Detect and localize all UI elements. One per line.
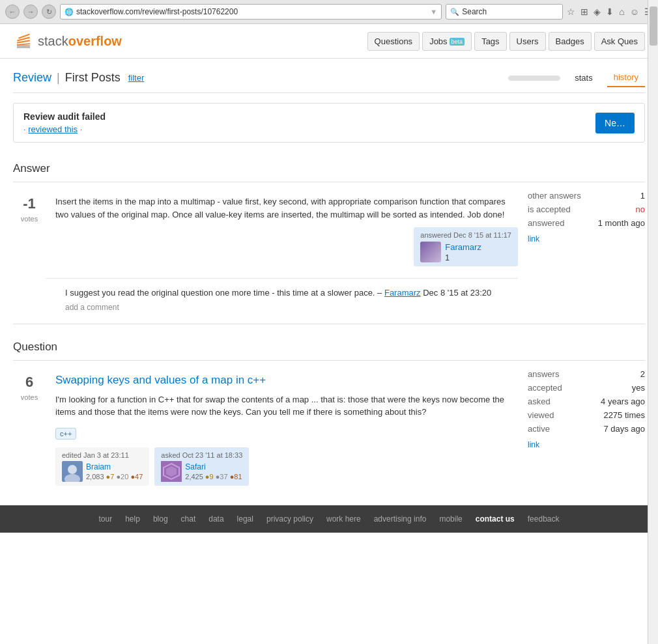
question-link[interactable]: link: [528, 440, 539, 449]
footer-work-here[interactable]: work here: [326, 514, 361, 524]
footer-links: tour help blog chat data legal privacy p…: [7, 514, 651, 524]
answer-user-card: answered Dec 8 '15 at 11:17 Faramarz 1: [414, 227, 518, 266]
question-body: I'm looking for a function in C++ that f…: [55, 393, 518, 419]
add-comment-link[interactable]: add a comment: [65, 303, 119, 312]
site-footer: tour help blog chat data legal privacy p…: [0, 505, 658, 533]
nav-badges[interactable]: Badges: [549, 32, 592, 51]
back-button[interactable]: ←: [5, 5, 20, 19]
nav-questions[interactable]: Questions: [367, 32, 420, 51]
site-logo[interactable]: stackoverflow: [13, 29, 122, 53]
audit-subtitle: · reviewed this ·: [23, 124, 106, 134]
browser-search-bar[interactable]: 🔍 Search: [446, 4, 563, 20]
footer-tour[interactable]: tour: [99, 514, 113, 524]
site-header: stackoverflow Questions Jobsbeta Tags Us…: [0, 24, 658, 59]
other-answers-value: 1: [640, 191, 645, 201]
answer-link[interactable]: link: [528, 234, 539, 244]
audit-reviewed-link[interactable]: reviewed this: [28, 124, 78, 134]
question-post-main: 6 votes Swapping keys and values of a ma…: [13, 367, 518, 492]
screenshot-icon[interactable]: ⊞: [580, 7, 588, 17]
asked-silver-dot: ●37: [216, 473, 228, 481]
answer-container: -1 votes Insert the items in the map int…: [13, 189, 518, 278]
is-accepted-label: is accepted: [528, 204, 571, 214]
review-breadcrumb-link[interactable]: Review: [13, 71, 51, 85]
edited-user-name[interactable]: Braiam: [86, 462, 143, 471]
tab-history[interactable]: history: [607, 68, 645, 87]
asked-user-name[interactable]: Safari: [185, 462, 242, 471]
answered-label: answered: [528, 218, 564, 228]
logo-icon: [13, 29, 34, 53]
edited-action: edited Jan 3 at 23:11: [62, 451, 143, 459]
comment-item: I suggest you read the original question…: [65, 284, 518, 302]
answered-value: 1 month ago: [598, 218, 645, 228]
review-progress-bar: [508, 76, 560, 81]
svg-point-7: [68, 465, 77, 474]
question-vote-label: votes: [21, 393, 38, 401]
nav-users[interactable]: Users: [509, 32, 546, 51]
home-icon[interactable]: ⌂: [619, 7, 624, 17]
footer-blog[interactable]: blog: [153, 514, 168, 524]
answer-section-title: Answer: [13, 152, 645, 182]
nav-ask[interactable]: Ask Ques: [594, 32, 645, 51]
viewed-value: 2275 times: [603, 410, 645, 420]
review-title: First Posts: [65, 71, 121, 85]
question-vote-count: 6: [25, 374, 33, 391]
edited-user-avatar: [62, 461, 83, 482]
main-nav: Questions Jobsbeta Tags Users Badges Ask…: [367, 32, 645, 51]
forward-button[interactable]: →: [23, 5, 38, 19]
bookmark-icon[interactable]: ☆: [567, 7, 575, 17]
other-answers-label: other answers: [528, 191, 581, 201]
edited-user-card: edited Jan 3 at 23:11 Braiam 2,083 ●7: [55, 447, 149, 486]
nav-tags[interactable]: Tags: [474, 32, 506, 51]
edited-bronze-dot: ●47: [130, 473, 143, 481]
edited-silver-dot: ●20: [116, 473, 128, 481]
footer-data[interactable]: data: [208, 514, 223, 524]
answer-meta-row: answered Dec 8 '15 at 11:17 Faramarz 1: [55, 227, 518, 266]
footer-mobile[interactable]: mobile: [439, 514, 462, 524]
nav-jobs[interactable]: Jobsbeta: [422, 32, 472, 51]
answer-sidebar: other answers 1 is accepted no answered …: [528, 189, 645, 317]
footer-privacy[interactable]: privacy policy: [266, 514, 313, 524]
asked-user-card: asked Oct 23 '11 at 18:33: [154, 447, 249, 486]
viewed-label: viewed: [528, 410, 554, 420]
logo-text: stackoverflow: [38, 34, 122, 49]
footer-help[interactable]: help: [125, 514, 140, 524]
asked-bronze-dot: ●81: [230, 473, 242, 481]
asked-user-rep: 2,425 ●9 ●37 ●81: [185, 473, 242, 481]
answer-stat-answered: answered 1 month ago: [528, 216, 645, 230]
tag-cpp[interactable]: c++: [55, 428, 76, 440]
review-header: Review | First Posts filter stats histor…: [13, 59, 645, 93]
footer-legal[interactable]: legal: [237, 514, 253, 524]
refresh-button[interactable]: ↻: [42, 5, 56, 19]
asked-gold-dot: ●9: [205, 473, 214, 481]
answer-user-action: answered Dec 8 '15 at 11:17: [420, 231, 511, 239]
url-bar[interactable]: 🌐 stackoverflow.com/review/first-posts/1…: [60, 4, 442, 20]
answer-vote-column: -1 votes: [13, 195, 46, 272]
tab-stats[interactable]: stats: [568, 69, 599, 87]
footer-feedback[interactable]: feedback: [528, 514, 560, 524]
comment-timestamp: Dec 8 '15 at 23:20: [423, 288, 491, 298]
answer-user-name[interactable]: Faramarz: [445, 242, 481, 252]
scrollbar-thumb[interactable]: [650, 24, 657, 46]
footer-contact[interactable]: contact us: [476, 514, 515, 524]
filter-link[interactable]: filter: [128, 73, 145, 83]
comment-text: I suggest you read the original question…: [65, 288, 382, 298]
answer-comment-section: I suggest you read the original question…: [46, 278, 518, 317]
question-post-with-sidebar: 6 votes Swapping keys and values of a ma…: [13, 367, 645, 492]
is-accepted-value: no: [636, 204, 645, 214]
next-button[interactable]: Ne…: [595, 113, 635, 133]
question-title-link[interactable]: Swapping keys and values of a map in c++: [55, 374, 518, 387]
footer-advertising[interactable]: advertising info: [374, 514, 427, 524]
breadcrumb-separator: |: [57, 71, 60, 85]
answer-user-avatar: [420, 242, 441, 262]
download-icon[interactable]: ⬇: [606, 7, 614, 17]
question-stat-viewed: viewed 2275 times: [528, 408, 645, 422]
question-section-title: Question: [13, 331, 645, 361]
smiley-icon[interactable]: ☺: [630, 7, 639, 17]
scrollbar-track[interactable]: [648, 24, 658, 533]
asked-value: 4 years ago: [601, 397, 645, 406]
answer-vote-label: votes: [21, 215, 38, 223]
pocket-icon[interactable]: ◈: [594, 7, 601, 17]
comment-user-link[interactable]: Faramarz: [384, 288, 421, 298]
beta-badge: beta: [450, 38, 465, 46]
footer-chat[interactable]: chat: [181, 514, 196, 524]
